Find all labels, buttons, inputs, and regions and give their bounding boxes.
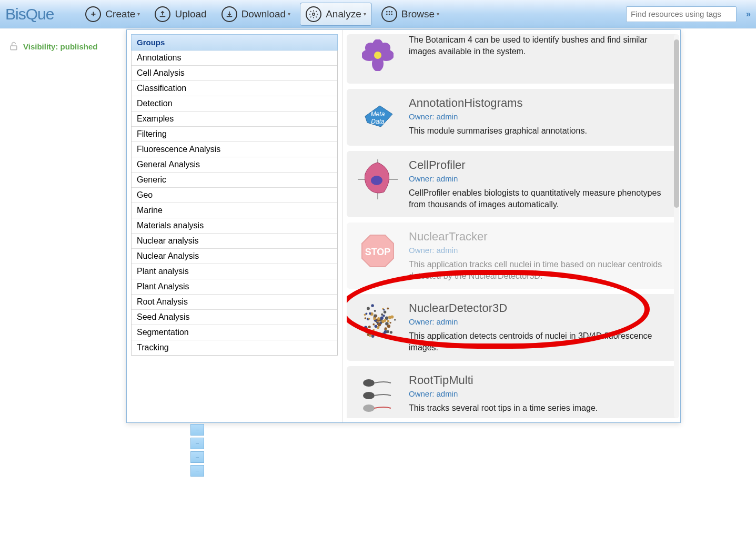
groups-list: AnnotationsCell AnalysisClassificationDe… [131,50,338,356]
group-item[interactable]: Nuclear Analysis [132,249,337,264]
group-item[interactable]: Plant analysis [132,264,337,279]
unlock-icon [7,41,20,52]
thumbnail[interactable]: ··· [190,451,204,463]
thumbnail[interactable]: ··· [190,424,204,436]
svg-point-89 [374,310,376,312]
group-item[interactable]: Examples [132,112,337,127]
svg-point-51 [373,318,376,320]
analyze-label: Analyze [326,8,361,20]
group-item[interactable]: Tracking [132,340,337,355]
svg-point-76 [369,312,371,315]
module-owner: Owner: admin [409,389,671,398]
group-item[interactable]: Nuclear analysis [132,234,337,249]
module-card[interactable]: NuclearDetector3DOwner: adminThis applic… [347,294,678,360]
grid-icon [381,6,397,22]
download-label: Download [241,8,286,20]
module-card[interactable]: CellProfilerOwner: adminCellProfiler ena… [347,151,678,217]
svg-point-78 [372,323,375,326]
group-item[interactable]: Segmentation [132,325,337,340]
svg-point-14 [374,52,381,59]
svg-point-68 [377,322,378,323]
svg-point-65 [374,315,376,317]
svg-point-46 [385,328,387,330]
group-item[interactable]: Geo [132,188,337,203]
main-toolbar: BisQue + Create ▾ Upload Download ▾ Anal… [0,0,756,28]
group-item[interactable]: Detection [132,96,337,112]
group-item[interactable]: Filtering [132,127,337,142]
plus-icon: + [85,6,101,22]
module-title: NuclearTracker [409,230,671,244]
thumbnail[interactable]: ··· [190,465,204,477]
svg-text:Data: Data [371,118,385,125]
svg-point-82 [365,331,368,333]
chevron-down-icon: ▾ [288,11,290,17]
svg-point-75 [384,319,386,322]
group-item[interactable]: Generic [132,173,337,188]
gear-icon [306,6,321,22]
module-card[interactable]: RootTipMultiOwner: adminThis tracks seve… [347,366,678,418]
svg-point-92 [363,379,375,387]
module-icon [354,34,401,76]
overflow-icon[interactable]: » [746,9,751,19]
svg-point-6 [391,13,392,15]
group-item[interactable]: Plant Analysis [132,279,337,295]
svg-point-4 [386,13,388,15]
group-item[interactable]: Root Analysis [132,295,337,310]
svg-point-94 [363,404,375,412]
module-description: The Botanicam 4 can be used to identify … [409,34,671,57]
svg-point-62 [378,323,381,327]
chevron-down-icon: ▾ [137,11,140,17]
group-item[interactable]: Fluorescence Analysis [132,142,337,157]
group-item[interactable]: Seed Analysis [132,310,337,325]
search-input[interactable] [626,6,737,22]
group-item[interactable]: Materials analysis [132,218,337,234]
scrollbar[interactable] [674,34,679,418]
scrollbar-thumb[interactable] [674,39,679,208]
module-owner: Owner: admin [409,246,671,255]
visibility-indicator: Visibility: published [7,41,97,52]
module-card[interactable]: The Botanicam 4 can be used to identify … [347,34,678,84]
analyze-button[interactable]: Analyze ▾ [300,3,372,26]
module-card[interactable]: MetaDataAnnotationHistogramsOwner: admin… [347,89,678,146]
svg-point-74 [365,318,367,320]
svg-point-87 [377,317,380,320]
svg-point-41 [371,336,373,337]
svg-point-56 [375,325,378,328]
module-card[interactable]: STOPNuclearTrackerOwner: adminThis appli… [347,223,678,289]
chevron-down-icon: ▾ [364,11,366,17]
svg-point-88 [380,317,384,320]
module-title: CellProfiler [409,158,671,172]
svg-point-19 [371,176,382,185]
group-item[interactable]: Cell Analysis [132,66,337,81]
module-title: RootTipMulti [409,373,671,387]
svg-point-79 [372,329,375,331]
svg-point-72 [383,309,385,311]
svg-point-5 [388,13,390,15]
group-item[interactable]: Annotations [132,50,337,66]
download-button[interactable]: Download ▾ [216,3,296,25]
module-title: NuclearDetector3D [409,301,671,315]
svg-point-39 [387,320,390,322]
group-item[interactable]: Classification [132,81,337,96]
svg-point-2 [388,11,390,13]
browse-button[interactable]: Browse ▾ [376,3,445,25]
group-item[interactable]: Marine [132,203,337,218]
upload-button[interactable]: Upload [149,3,211,25]
module-owner: Owner: admin [409,174,671,183]
thumbnail[interactable]: ··· [190,438,204,449]
module-owner: Owner: admin [409,112,671,121]
svg-text:Meta: Meta [371,110,385,118]
svg-point-73 [390,331,392,334]
module-icon [354,373,401,416]
svg-point-45 [384,311,386,313]
svg-text:STOP: STOP [365,247,391,257]
svg-point-80 [371,305,374,308]
create-button[interactable]: + Create ▾ [80,3,145,25]
module-owner: Owner: admin [409,317,671,326]
module-icon: MetaData [354,96,401,138]
svg-point-91 [369,335,371,337]
svg-point-84 [364,326,367,329]
svg-point-85 [367,307,370,310]
svg-point-0 [313,13,315,15]
group-item[interactable]: General Analysis [132,157,337,173]
